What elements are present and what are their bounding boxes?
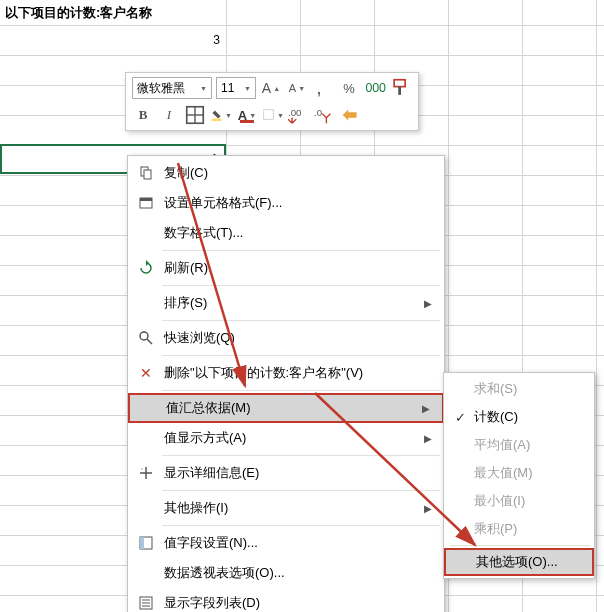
- format-cells-icon: [138, 195, 154, 211]
- menu-format-cells[interactable]: 设置单元格格式(F)...: [128, 188, 444, 218]
- menu-quick-browse[interactable]: 快速浏览(Q): [128, 323, 444, 353]
- submenu-arrow-icon: ▶: [422, 403, 434, 414]
- svg-rect-22: [140, 537, 144, 549]
- svg-point-16: [140, 332, 148, 340]
- format-painter-button[interactable]: [390, 77, 412, 99]
- menu-refresh[interactable]: 刷新(R): [128, 253, 444, 283]
- svg-text:,: ,: [316, 77, 321, 98]
- svg-rect-15: [140, 198, 152, 201]
- expand-icon: [138, 465, 154, 481]
- summarize-submenu: 求和(S) ✓ 计数(C) 平均值(A) 最大值(M) 最小值(I) 乘积(P)…: [443, 372, 595, 579]
- decrease-font-button[interactable]: A▼: [286, 77, 308, 99]
- copy-icon: [138, 165, 154, 181]
- refresh-icon: [138, 260, 154, 276]
- menu-pivot-options[interactable]: 数据透视表选项(O)...: [128, 558, 444, 588]
- svg-rect-9: [264, 110, 274, 120]
- svg-rect-7: [212, 119, 222, 121]
- magnifier-icon: [138, 330, 154, 346]
- menu-number-format[interactable]: 数字格式(T)...: [128, 218, 444, 248]
- decrease-decimal-button[interactable]: .00: [288, 104, 310, 126]
- submenu-product[interactable]: 乘积(P): [444, 515, 594, 543]
- submenu-arrow-icon: ▶: [424, 433, 436, 444]
- cell-value: 3: [213, 33, 220, 47]
- submenu-more-options[interactable]: 其他选项(O)...: [444, 548, 594, 576]
- cell-a2[interactable]: 3: [0, 26, 226, 54]
- increase-decimal-button[interactable]: .0: [314, 104, 336, 126]
- submenu-sum[interactable]: 求和(S): [444, 375, 594, 403]
- chevron-down-icon: ▼: [200, 85, 207, 92]
- italic-button[interactable]: I: [158, 104, 180, 126]
- chevron-down-icon: ▼: [244, 85, 251, 92]
- submenu-count[interactable]: ✓ 计数(C): [444, 403, 594, 431]
- svg-rect-13: [144, 170, 151, 179]
- submenu-arrow-icon: ▶: [424, 298, 436, 309]
- svg-rect-3: [398, 87, 401, 95]
- comma-format-button[interactable]: ,: [312, 77, 334, 99]
- submenu-min[interactable]: 最小值(I): [444, 487, 594, 515]
- submenu-max[interactable]: 最大值(M): [444, 459, 594, 487]
- submenu-average[interactable]: 平均值(A): [444, 431, 594, 459]
- menu-summarize-by[interactable]: 值汇总依据(M) ▶: [128, 393, 444, 423]
- menu-show-details[interactable]: 显示详细信息(E): [128, 458, 444, 488]
- svg-text:.0: .0: [314, 107, 322, 118]
- menu-copy[interactable]: 复制(C): [128, 158, 444, 188]
- menu-other-actions[interactable]: 其他操作(I) ▶: [128, 493, 444, 523]
- menu-field-settings[interactable]: 值字段设置(N)...: [128, 528, 444, 558]
- thousands-icon[interactable]: 000: [364, 77, 386, 99]
- context-menu: 复制(C) 设置单元格格式(F)... 数字格式(T)... 刷新(R) 排序(…: [127, 155, 445, 612]
- field-settings-icon: [138, 535, 154, 551]
- pivot-header-cell[interactable]: 以下项目的计数:客户名称: [0, 0, 226, 25]
- menu-remove[interactable]: ✕ 删除"以下项目的计数:客户名称"(V): [128, 358, 444, 388]
- list-icon: [138, 595, 154, 611]
- percent-format-button[interactable]: %: [338, 77, 360, 99]
- font-name-dropdown[interactable]: 微软雅黑 ▼: [132, 77, 212, 99]
- submenu-arrow-icon: ▶: [424, 503, 436, 514]
- format-painter-icon[interactable]: [340, 104, 362, 126]
- font-color-button[interactable]: A▼: [236, 104, 258, 126]
- svg-text:.00: .00: [288, 107, 301, 118]
- font-size-dropdown[interactable]: 11 ▼: [216, 77, 256, 99]
- menu-sort[interactable]: 排序(S) ▶: [128, 288, 444, 318]
- fill-color-button[interactable]: ▼: [210, 104, 232, 126]
- border-button[interactable]: [184, 104, 206, 126]
- bold-button[interactable]: B: [132, 104, 154, 126]
- x-icon: ✕: [140, 365, 152, 381]
- menu-show-field-list[interactable]: 显示字段列表(D): [128, 588, 444, 612]
- svg-line-17: [147, 339, 152, 344]
- header-text: 以下项目的计数:客户名称: [5, 4, 152, 22]
- svg-text:000: 000: [365, 81, 386, 95]
- mini-toolbar: 微软雅黑 ▼ 11 ▼ A▲ A▼ , % 000 B I ▼ A▼: [125, 72, 419, 131]
- increase-font-button[interactable]: A▲: [260, 77, 282, 99]
- check-icon: ✓: [450, 410, 470, 425]
- menu-show-values-as[interactable]: 值显示方式(A) ▶: [128, 423, 444, 453]
- svg-rect-2: [394, 80, 405, 87]
- borders-dropdown[interactable]: ▼: [262, 104, 284, 126]
- svg-rect-8: [240, 120, 254, 123]
- svg-point-20: [141, 468, 143, 470]
